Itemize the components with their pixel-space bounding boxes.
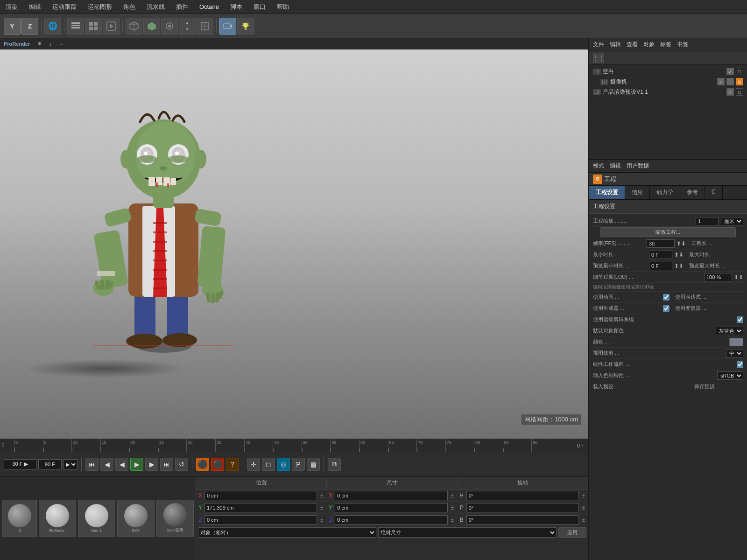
b-rot-input[interactable] — [466, 515, 579, 525]
cube-btn[interactable] — [126, 18, 142, 35]
menu-octane[interactable]: Octane — [197, 2, 221, 11]
size-system-select[interactable]: 绝对尺寸 — [378, 527, 557, 538]
goto-start-btn[interactable]: ⏮ — [85, 458, 99, 471]
next-play-btn[interactable]: ▶ — [145, 458, 158, 471]
p-rot-input[interactable] — [466, 503, 579, 512]
fps-input[interactable] — [647, 239, 675, 248]
linear-wf-checkbox[interactable] — [737, 361, 743, 368]
lod-arrow[interactable]: ⬆⬇ — [734, 274, 743, 280]
scale-project-btn[interactable]: 缩放工程... — [600, 227, 736, 237]
scene-menu-file[interactable]: 文件 — [593, 41, 604, 49]
use-anim-checkbox[interactable] — [663, 294, 669, 301]
camera-vis2[interactable]: · — [726, 78, 734, 85]
menu-edit[interactable]: 编辑 — [27, 2, 43, 12]
fps-arrow[interactable]: ⬆⬇ — [677, 240, 686, 247]
rot-key-btn[interactable]: ◎ — [277, 458, 290, 471]
record-btn[interactable]: ⚫ — [196, 458, 209, 471]
scale-key-btn[interactable]: ◻ — [262, 458, 275, 471]
select-btn[interactable] — [161, 18, 178, 35]
scene-menu-bookmark[interactable]: 书签 — [677, 41, 688, 49]
y-size-input[interactable] — [335, 503, 447, 512]
menu-plugins[interactable]: 插件 — [174, 2, 190, 12]
anim-btn[interactable] — [85, 18, 102, 35]
lod-input[interactable] — [704, 273, 732, 281]
menu-pipeline[interactable]: 流水线 — [145, 2, 167, 12]
use-motion-checkbox[interactable] — [737, 316, 743, 323]
props-menu-edit[interactable]: 编辑 — [610, 162, 621, 170]
empty-vis1[interactable]: ✓ — [726, 68, 734, 75]
scale-unit-select[interactable]: 厘米 — [721, 217, 743, 225]
frame-input-1[interactable] — [4, 459, 36, 469]
scene-menu-edit[interactable]: 编辑 — [610, 41, 621, 49]
menu-motion-track[interactable]: 运动跟踪 — [50, 2, 78, 12]
z-pos-input[interactable] — [204, 515, 317, 525]
material-thumb-1[interactable]: .2 — [2, 500, 37, 537]
props-menu-mode[interactable]: 模式 — [593, 162, 604, 170]
h-rot-input[interactable] — [466, 491, 579, 500]
loop-btn[interactable]: ↺ — [175, 458, 188, 471]
world-btn[interactable]: 🌐 — [44, 18, 61, 35]
use-gen-checkbox[interactable] — [663, 305, 669, 312]
material-thumb-5[interactable]: SKY显示 — [156, 500, 194, 537]
pla-key-btn[interactable]: ▦ — [307, 458, 320, 471]
light-btn[interactable] — [237, 18, 254, 35]
timeline-btn[interactable] — [67, 18, 84, 35]
coord-z-btn[interactable]: Z — [21, 18, 38, 35]
min-time-arrow[interactable]: ⬆⬇ — [674, 252, 684, 258]
material-thumb-2[interactable]: Reflectin — [39, 500, 76, 537]
x-size-input[interactable] — [335, 491, 447, 500]
nav-icon1[interactable]: ⊕ — [37, 41, 42, 47]
product-vis2[interactable]: □ — [736, 88, 743, 96]
prev-frame-btn[interactable]: ◀ — [100, 458, 113, 471]
scene-menu-view[interactable]: 查看 — [627, 41, 638, 49]
min-time-input[interactable] — [649, 251, 672, 259]
color-swatch[interactable] — [729, 338, 743, 346]
product-vis1[interactable]: ✓ — [726, 88, 734, 96]
goto-end-btn[interactable]: ⏭ — [160, 458, 173, 471]
scene-menu-tag[interactable]: 标签 — [660, 41, 671, 49]
scale-input[interactable] — [696, 217, 719, 225]
menu-help[interactable]: 帮助 — [275, 2, 291, 12]
coord-y-btn[interactable]: Y — [4, 18, 21, 35]
record-auto-btn[interactable]: ⚫ — [211, 458, 224, 471]
default-color-select[interactable]: 灰蓝色 — [716, 327, 743, 335]
menu-window[interactable]: 窗口 — [252, 2, 268, 12]
preview-min-arrow[interactable]: ⬆⬇ — [674, 263, 684, 269]
z-size-input[interactable] — [335, 515, 447, 525]
camera-vis1[interactable]: ✓ — [717, 78, 725, 85]
material-thumb-4[interactable]: SKY — [117, 500, 155, 537]
menu-render[interactable]: 渲染 — [4, 2, 20, 12]
play-btn[interactable]: ▶ — [130, 458, 143, 471]
material-thumb-3[interactable]: Mat.1 — [78, 500, 115, 537]
prev-play-btn[interactable]: ◀ — [115, 458, 128, 471]
menu-mograph[interactable]: 运动图形 — [86, 2, 114, 12]
camera-btn[interactable] — [219, 18, 236, 35]
tab-c[interactable]: C — [705, 186, 723, 199]
scene-menu-object[interactable]: 对象 — [643, 41, 655, 49]
tab-dynamics[interactable]: 动力学 — [650, 186, 680, 199]
move-btn[interactable] — [179, 18, 196, 35]
tab-info[interactable]: 信息 — [625, 186, 650, 199]
color-profile-select[interactable]: sRGB — [717, 371, 743, 380]
help-btn[interactable]: ? — [226, 458, 239, 471]
coord-system-select[interactable]: 对象（相对） — [198, 527, 376, 538]
scene-item-empty[interactable]: L0 空白 ✓ □ — [591, 66, 745, 77]
extra-btn[interactable]: ⧉ — [328, 458, 341, 471]
param-key-btn[interactable]: P — [292, 458, 305, 471]
menu-character[interactable]: 角色 — [121, 2, 137, 12]
camera-orange-btn[interactable]: ⊙ — [736, 78, 743, 85]
uv-btn[interactable] — [197, 18, 213, 35]
props-menu-userdata[interactable]: 用户数据 — [627, 162, 649, 170]
move-key-btn[interactable]: ✛ — [247, 458, 260, 471]
scene-item-product[interactable]: L0 产品渲染预设V1.1 ✓ □ — [591, 87, 745, 97]
tab-reference[interactable]: 参考 — [680, 186, 705, 199]
scene-tool-1[interactable]: ⋮⋮ — [593, 53, 604, 63]
empty-vis2[interactable]: □ — [736, 68, 743, 75]
render-btn[interactable] — [103, 18, 120, 35]
nav-icon3[interactable]: ↔ — [59, 41, 64, 47]
x-pos-input[interactable] — [204, 491, 317, 500]
y-pos-input[interactable] — [204, 503, 317, 512]
frame-input-2[interactable] — [38, 459, 62, 469]
preview-min-input[interactable] — [649, 262, 672, 270]
menu-script[interactable]: 脚本 — [228, 2, 244, 12]
